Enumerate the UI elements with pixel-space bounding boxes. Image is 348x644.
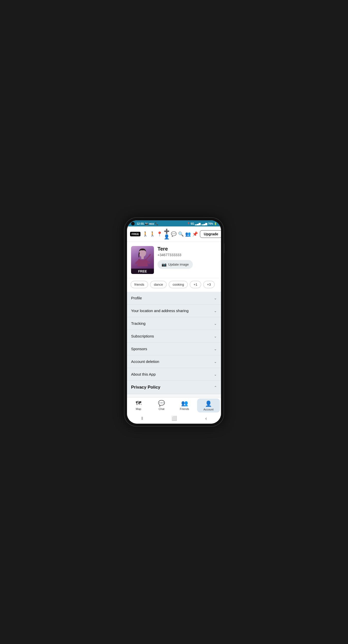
- nav-item-map[interactable]: 🗺 Map: [127, 397, 150, 413]
- chevron-icon-subscriptions: ⌄: [214, 334, 217, 338]
- chevron-icon-tracking: ⌄: [214, 321, 217, 326]
- profile-info: Tere +34677333333 📷 Update image: [157, 246, 217, 269]
- settings-item-sponsors[interactable]: Sponsors ⌄: [127, 343, 221, 355]
- nav-item-friends[interactable]: 👥 Friends: [173, 397, 196, 413]
- settings-item-privacy-policy[interactable]: Privacy Policy ⌄: [127, 381, 221, 394]
- nav-item-account[interactable]: 👤 Account: [197, 398, 220, 412]
- phone-screen: 12:55 📷 wzz 📞 📍 5G ▂▄▆ ▂▄▆ 76% 🔋 FREE 🚶 …: [127, 220, 221, 424]
- settings-item-profile[interactable]: Profile ⌄: [127, 292, 221, 304]
- battery-icon: 🔋: [214, 222, 217, 225]
- chevron-icon-profile: ⌄: [214, 296, 217, 300]
- nav-label-account: Account: [203, 408, 214, 411]
- settings-label-tracking: Tracking: [131, 321, 146, 326]
- android-menu-button[interactable]: ⦀: [141, 416, 143, 421]
- avatar-free-badge: FREE: [131, 269, 154, 274]
- nav-label-friends: Friends: [180, 407, 189, 410]
- tag-friends[interactable]: friends: [131, 281, 148, 288]
- group-search-icon: 👥: [185, 231, 191, 237]
- location-pin-icon: 📍: [157, 231, 162, 237]
- map-icon: 🗺: [136, 400, 141, 407]
- search-icon: 🔍: [178, 231, 184, 237]
- nav-label-chat: Chat: [159, 407, 164, 410]
- chevron-up-icon-privacy: ⌄: [214, 385, 217, 389]
- chevron-icon-sponsors: ⌄: [214, 347, 217, 351]
- tag-dance[interactable]: dance: [150, 281, 167, 288]
- settings-label-account-deletion: Account deletion: [131, 359, 159, 364]
- settings-item-location[interactable]: Your location and address sharing ⌄: [127, 304, 221, 317]
- avatar-container: FREE: [131, 246, 154, 274]
- upgrade-button[interactable]: Upgrade: [200, 230, 221, 238]
- chevron-icon-location: ⌄: [214, 309, 217, 313]
- settings-label-subscriptions: Subscriptions: [131, 334, 154, 338]
- svg-rect-1: [141, 256, 144, 259]
- nav-label-map: Map: [136, 407, 141, 410]
- free-badge: FREE: [130, 232, 140, 236]
- location-share-icon: 📌: [192, 231, 198, 237]
- camera-notch: [131, 222, 135, 225]
- settings-label-profile: Profile: [131, 296, 142, 300]
- profile-name: Tere: [157, 246, 217, 252]
- bottom-navigation: 🗺 Map 💬 Chat 👥 Friends 👤 Account: [127, 397, 221, 413]
- status-time: 12:55: [137, 222, 144, 225]
- person-icon-1: 🚶: [143, 231, 148, 237]
- chat-nav-icon: 💬: [158, 400, 165, 407]
- person-icon-2: 🚶: [150, 231, 155, 237]
- status-icons: 📷 wzz 📞: [145, 222, 159, 225]
- app-toolbar: FREE 🚶 🚶 📍 ➕👤 💬 🔍 👥 📌 Upgrade: [127, 226, 221, 242]
- android-home-button[interactable]: ⬜: [171, 416, 177, 421]
- tag-plus-three[interactable]: +3: [203, 281, 215, 288]
- signal-label: 5G: [191, 222, 194, 225]
- phone-side-button: [224, 243, 224, 253]
- settings-item-subscriptions[interactable]: Subscriptions ⌄: [127, 330, 221, 343]
- android-back-button[interactable]: ‹: [205, 416, 207, 421]
- add-person-icon: ➕👤: [164, 228, 169, 240]
- toolbar-icons: 🚶 🚶 📍 ➕👤 💬 🔍 👥 📌: [143, 228, 198, 240]
- privacy-policy-expanded: Privacy Policy: [127, 394, 221, 397]
- settings-item-account-deletion[interactable]: Account deletion ⌄: [127, 355, 221, 368]
- account-icon: 👤: [205, 401, 212, 407]
- update-image-button[interactable]: 📷 Update image: [157, 260, 193, 269]
- settings-item-about[interactable]: About this App ⌄: [127, 368, 221, 381]
- friends-icon: 👥: [181, 400, 188, 407]
- chevron-icon-about: ⌄: [214, 372, 217, 376]
- settings-label-location: Your location and address sharing: [131, 309, 188, 313]
- nav-item-chat[interactable]: 💬 Chat: [150, 397, 173, 413]
- battery-label: 76%: [208, 222, 213, 225]
- tag-cooking[interactable]: cooking: [169, 281, 188, 288]
- update-image-label: Update image: [168, 263, 189, 266]
- tag-plus-one[interactable]: +1: [190, 281, 201, 288]
- phone-device: 12:55 📷 wzz 📞 📍 5G ▂▄▆ ▂▄▆ 76% 🔋 FREE 🚶 …: [124, 218, 224, 426]
- settings-label-sponsors: Sponsors: [131, 347, 147, 351]
- chat-icon: 💬: [171, 231, 177, 237]
- settings-label-about: About this App: [131, 372, 156, 376]
- chevron-icon-account-deletion: ⌄: [214, 360, 217, 364]
- camera-plus-icon: 📷: [162, 262, 167, 267]
- settings-label-privacy-policy: Privacy Policy: [131, 385, 160, 390]
- tags-section: friends dance cooking +1 +3: [127, 278, 221, 292]
- android-nav-bar: ⦀ ⬜ ‹: [127, 413, 221, 424]
- status-bar: 12:55 📷 wzz 📞 📍 5G ▂▄▆ ▂▄▆ 76% 🔋: [127, 220, 221, 226]
- profile-phone: +34677333333: [157, 253, 217, 257]
- location-icon: 📍: [187, 222, 190, 225]
- profile-section: FREE Tere +34677333333 📷 Update image: [127, 242, 221, 278]
- signal-bars: ▂▄▆ ▂▄▆: [195, 222, 207, 225]
- settings-item-tracking[interactable]: Tracking ⌄: [127, 317, 221, 330]
- settings-list: Profile ⌄ Your location and address shar…: [127, 292, 221, 397]
